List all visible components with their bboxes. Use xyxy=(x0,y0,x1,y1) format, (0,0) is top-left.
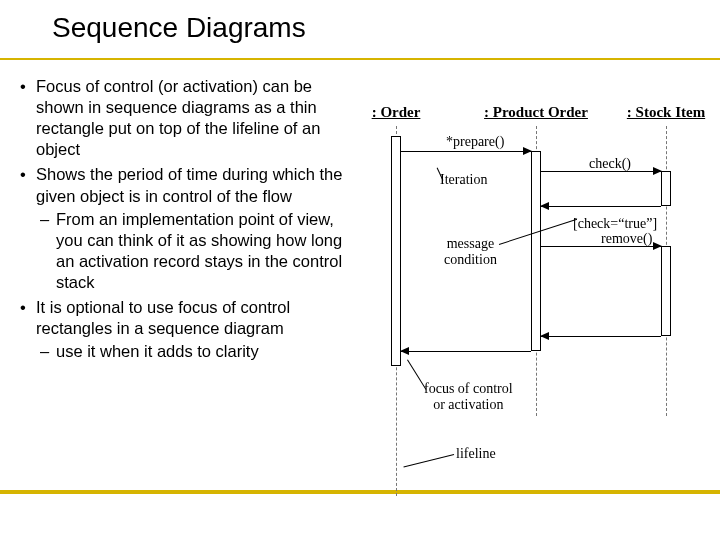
activation-stock-item-1 xyxy=(661,171,671,206)
bullet-item: Shows the period of time during which th… xyxy=(16,164,346,293)
bullet-item: It is optional to use focus of control r… xyxy=(16,297,346,362)
bullet-text: Shows the period of time during which th… xyxy=(36,165,342,204)
object-stock-item: : Stock Item xyxy=(627,104,705,121)
annotation-iteration: Iteration xyxy=(440,172,487,188)
divider-top xyxy=(0,58,720,60)
annotation-lifeline: lifeline xyxy=(456,446,496,462)
slide-title: Sequence Diagrams xyxy=(0,0,720,44)
annotation-text: or activation xyxy=(433,397,503,412)
sub-bullet-item: use it when it adds to clarity xyxy=(36,341,346,362)
annotation-focus-line xyxy=(407,360,426,390)
activation-stock-item-2 xyxy=(661,246,671,336)
activation-product-order xyxy=(531,151,541,351)
annotation-text: message xyxy=(447,236,494,251)
arrow-remove-return xyxy=(541,336,661,337)
bullet-column: Focus of control (or activation) can be … xyxy=(16,76,346,484)
divider-bottom xyxy=(0,490,720,494)
bullet-text: It is optional to use focus of control r… xyxy=(36,298,290,337)
arrow-prepare xyxy=(401,151,531,152)
content-area: Focus of control (or activation) can be … xyxy=(16,76,708,484)
sequence-diagram: : Order : Product Order : Stock Item *pr… xyxy=(346,76,708,484)
label-check-condition: [check=“true”] xyxy=(573,216,657,232)
bullet-item: Focus of control (or activation) can be … xyxy=(16,76,346,160)
arrow-prepare-return xyxy=(401,351,531,352)
annotation-text: condition xyxy=(444,252,497,267)
annotation-text: focus of control xyxy=(424,381,513,396)
label-prepare: *prepare() xyxy=(446,134,504,150)
arrow-check-return xyxy=(541,206,661,207)
object-order: : Order xyxy=(372,104,421,121)
annotation-focus: focus of control or activation xyxy=(424,381,513,413)
activation-order xyxy=(391,136,401,366)
label-remove: remove() xyxy=(601,231,652,247)
sub-bullet-item: From an implementation point of view, yo… xyxy=(36,209,346,293)
label-check: check() xyxy=(589,156,631,172)
annotation-message-condition: message condition xyxy=(444,236,497,268)
annotation-lifeline-line xyxy=(403,454,454,468)
object-product-order: : Product Order xyxy=(484,104,588,121)
